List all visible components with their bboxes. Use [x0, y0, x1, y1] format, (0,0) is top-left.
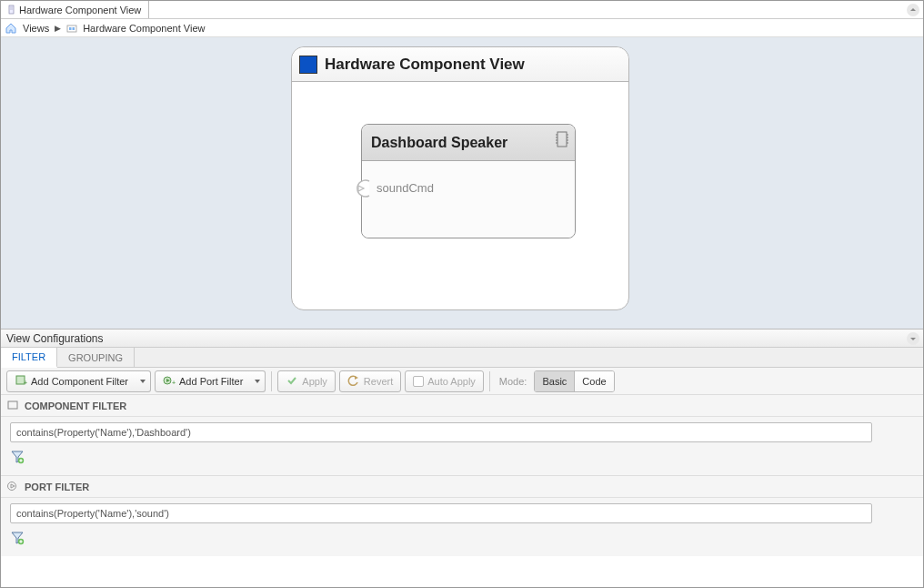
port-filter-icon: +: [163, 374, 176, 389]
chip-icon: [555, 130, 569, 148]
port-label[interactable]: soundCmd: [377, 181, 434, 195]
svg-rect-7: [557, 132, 567, 147]
component-filter-heading-label: COMPONENT FILTER: [25, 400, 126, 411]
svg-text:+: +: [172, 380, 176, 386]
breadcrumb-current[interactable]: Hardware Component View: [83, 23, 205, 34]
port-icon[interactable]: [349, 177, 371, 199]
minimize-icon[interactable]: [907, 4, 919, 16]
component-name: Dashboard Speaker: [371, 135, 507, 151]
editor-tab[interactable]: Hardware Component View: [1, 1, 149, 18]
view-configurations-panel: View Configurations FILTER GROUPING + Ad…: [1, 329, 923, 556]
svg-marker-25: [355, 376, 358, 380]
svg-rect-0: [9, 5, 14, 14]
breadcrumb-root[interactable]: Views: [23, 23, 49, 34]
separator: [271, 371, 272, 391]
filter-toolbar: + Add Component Filter + Add Port Filter…: [1, 368, 923, 395]
breadcrumb: Views ▶ Hardware Component View: [1, 19, 923, 37]
component-icon: [6, 399, 19, 413]
port-filter-heading: PORT FILTER: [1, 476, 923, 498]
port-filter-section: PORT FILTER: [1, 475, 923, 556]
panel-title: View Configurations: [6, 332, 104, 345]
auto-apply-label: Auto Apply: [427, 376, 476, 387]
component-filter-input[interactable]: [10, 422, 872, 442]
svg-rect-5: [69, 27, 72, 30]
diagram-header: Hardware Component View: [292, 47, 628, 82]
mode-code-button[interactable]: Code: [574, 371, 613, 391]
tab-grouping[interactable]: GROUPING: [57, 348, 135, 367]
component-filter-icon: +: [15, 374, 27, 389]
port-filter-input[interactable]: [10, 503, 872, 523]
component-header: Dashboard Speaker: [362, 125, 575, 161]
separator: [489, 371, 490, 391]
tab-file-icon: [8, 5, 15, 15]
config-tabs: FILTER GROUPING: [1, 348, 923, 368]
editor-tab-bar: Hardware Component View: [1, 1, 923, 19]
view-icon: [66, 23, 77, 34]
diagram-type-icon: [299, 56, 317, 74]
diagram-frame[interactable]: Hardware Component View Dashboard Speake…: [291, 46, 629, 310]
svg-marker-3: [910, 8, 916, 11]
add-component-filter-button[interactable]: + Add Component Filter: [6, 370, 136, 392]
svg-rect-26: [8, 401, 17, 409]
component-node[interactable]: Dashboard Speaker soundCmd: [361, 124, 576, 238]
mode-label: Mode:: [499, 376, 527, 387]
add-component-filter-label: Add Component Filter: [31, 376, 128, 387]
panel-title-bar: View Configurations: [1, 329, 923, 348]
svg-marker-20: [140, 380, 146, 383]
port-filter-heading-label: PORT FILTER: [25, 482, 89, 492]
svg-marker-31: [11, 484, 15, 488]
home-icon[interactable]: [5, 22, 17, 35]
apply-label: Apply: [302, 376, 327, 387]
tab-filter[interactable]: FILTER: [1, 348, 57, 368]
revert-label: Revert: [364, 376, 393, 387]
add-component-filter-dropdown[interactable]: [136, 370, 151, 392]
port-filter-row: [1, 498, 923, 529]
diagram-title: Hardware Component View: [325, 56, 525, 74]
svg-marker-17: [910, 338, 916, 340]
svg-text:+: +: [24, 380, 27, 386]
add-component-filter-icon[interactable]: [10, 450, 28, 468]
component-filter-section: COMPONENT FILTER: [1, 395, 923, 475]
add-port-filter-icon[interactable]: [10, 531, 28, 549]
diagram-canvas[interactable]: Hardware Component View Dashboard Speake…: [1, 37, 923, 329]
chevron-right-icon: ▶: [55, 24, 61, 33]
add-port-filter-dropdown[interactable]: [250, 370, 266, 392]
add-port-filter-button[interactable]: + Add Port Filter: [155, 370, 251, 392]
check-icon: [286, 374, 298, 389]
svg-marker-24: [255, 380, 260, 383]
revert-button[interactable]: Revert: [339, 370, 401, 392]
tab-actions: [903, 1, 923, 18]
port-icon: [6, 480, 19, 494]
auto-apply-checkbox[interactable]: [413, 376, 424, 387]
apply-button[interactable]: Apply: [277, 370, 336, 392]
revert-icon: [347, 374, 360, 389]
auto-apply-button[interactable]: Auto Apply: [405, 370, 484, 392]
mode-basic-button[interactable]: Basic: [535, 371, 574, 391]
add-port-filter-label: Add Port Filter: [179, 376, 243, 387]
panel-options-icon[interactable]: [907, 332, 919, 345]
svg-rect-4: [67, 25, 76, 32]
component-body: soundCmd: [362, 161, 575, 238]
editor-tab-title: Hardware Component View: [19, 5, 141, 15]
mode-toggle: Basic Code: [534, 370, 614, 392]
component-filter-heading: COMPONENT FILTER: [1, 395, 923, 417]
svg-rect-6: [73, 27, 75, 30]
component-filter-row: [1, 417, 923, 448]
